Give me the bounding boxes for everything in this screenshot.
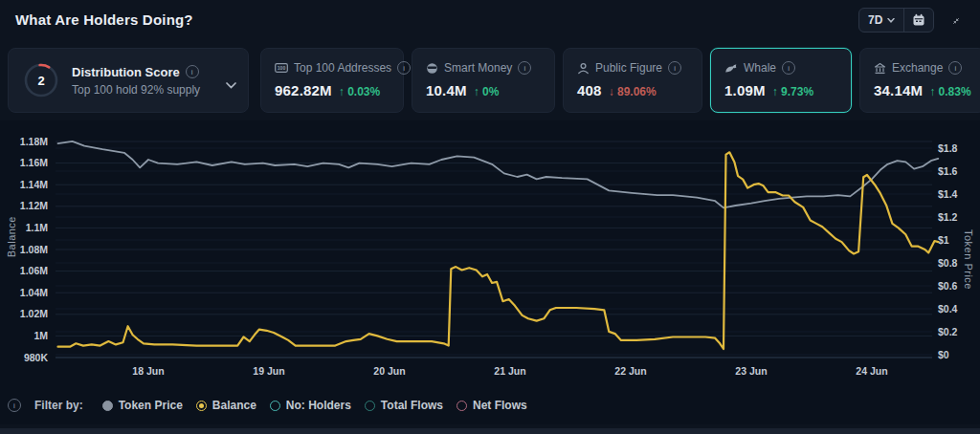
card-label: Exchange xyxy=(892,61,943,75)
legend-item-balance[interactable]: Balance xyxy=(196,399,256,412)
svg-text:19 Jun: 19 Jun xyxy=(253,365,284,377)
svg-text:$0.6: $0.6 xyxy=(938,280,958,292)
card-value: 10.4M xyxy=(426,82,467,98)
holders-activity-chart[interactable]: 1.18M1.16M1.14M1.12M1.1M1.08M1.06M1.04M1… xyxy=(0,126,980,384)
chart-legend: Filter by: Token Price Balance No: Holde… xyxy=(8,399,527,412)
svg-text:$1: $1 xyxy=(938,234,949,246)
card-top-100-addresses[interactable]: 100 Top 100 Addresses 962.82M ↑ 0.03% xyxy=(260,48,404,113)
svg-text:1.02M: 1.02M xyxy=(20,308,48,319)
top100-addresses-icon: 100 xyxy=(275,62,288,74)
info-icon[interactable] xyxy=(186,65,199,78)
card-title: Distribution Score xyxy=(72,65,180,79)
svg-text:$0.2: $0.2 xyxy=(938,326,958,337)
exchange-icon xyxy=(874,62,886,75)
svg-text:1.12M: 1.12M xyxy=(20,200,48,211)
card-delta: ↑ 0% xyxy=(474,85,500,98)
filter-by-label: Filter by: xyxy=(34,399,83,412)
card-distribution-score[interactable]: 2 Distribution Score Top 100 hold 92% su… xyxy=(8,48,249,113)
bottom-scroll-bar[interactable] xyxy=(0,428,980,434)
svg-text:22 Jun: 22 Jun xyxy=(614,365,646,377)
svg-text:1.18M: 1.18M xyxy=(20,136,48,147)
card-value: 34.14M xyxy=(874,82,923,98)
svg-text:100: 100 xyxy=(278,65,286,71)
info-icon[interactable] xyxy=(397,61,411,75)
svg-text:$0: $0 xyxy=(938,349,949,360)
calendar-button[interactable] xyxy=(904,9,933,32)
svg-text:$1.6: $1.6 xyxy=(938,165,958,177)
card-value: 962.82M xyxy=(275,82,332,98)
svg-text:1.16M: 1.16M xyxy=(20,157,48,168)
whale-icon xyxy=(724,63,738,74)
svg-text:23 Jun: 23 Jun xyxy=(735,365,767,377)
svg-text:$0.4: $0.4 xyxy=(938,303,958,315)
page-title: What Are Holders Doing? xyxy=(15,11,193,28)
holders-dashboard: What Are Holders Doing? 7D xyxy=(0,0,980,434)
card-delta: ↑ 9.73% xyxy=(772,85,813,98)
smart-money-icon xyxy=(426,62,438,75)
svg-text:21 Jun: 21 Jun xyxy=(494,365,525,377)
distribution-score-ring: 2 xyxy=(22,61,60,99)
card-label: Top 100 Addresses xyxy=(294,61,391,75)
time-range-label: 7D xyxy=(868,13,882,27)
time-range-dropdown[interactable]: 7D xyxy=(859,9,903,32)
card-label: Smart Money xyxy=(444,61,512,75)
svg-text:1M: 1M xyxy=(33,330,48,341)
info-icon[interactable] xyxy=(668,61,681,75)
card-value: 408 xyxy=(577,82,602,98)
public-figure-icon xyxy=(577,62,590,75)
legend-item-no-holders[interactable]: No: Holders xyxy=(270,399,351,412)
trend-arrow-icon: ↓ xyxy=(609,85,614,98)
card-label: Whale xyxy=(744,61,776,75)
calendar-icon xyxy=(912,13,925,27)
chevron-down-icon xyxy=(887,18,895,23)
card-delta: ↑ 0.03% xyxy=(339,85,380,98)
radio-icon xyxy=(196,401,207,411)
time-range-control: 7D xyxy=(858,8,934,33)
card-delta: ↓ 89.06% xyxy=(609,85,657,98)
svg-text:$1.2: $1.2 xyxy=(938,211,958,223)
svg-text:24 Jun: 24 Jun xyxy=(856,365,887,377)
svg-text:1.08M: 1.08M xyxy=(20,244,48,255)
card-delta: ↑ 0.83% xyxy=(929,85,970,98)
info-icon[interactable] xyxy=(782,61,795,75)
radio-icon xyxy=(270,401,280,411)
svg-text:1.06M: 1.06M xyxy=(20,265,48,276)
svg-text:$1.4: $1.4 xyxy=(938,188,958,200)
svg-text:1.04M: 1.04M xyxy=(20,287,48,298)
legend-item-net-flows[interactable]: Net Flows xyxy=(457,399,527,412)
svg-text:1.1M: 1.1M xyxy=(26,222,49,233)
card-exchange[interactable]: Exchange 34.14M ↑ 0.83% xyxy=(859,48,980,113)
radio-icon xyxy=(457,401,467,411)
card-whale[interactable]: Whale 1.09M ↑ 9.73% xyxy=(710,48,852,113)
trend-arrow-icon: ↑ xyxy=(339,85,345,98)
card-subtitle: Top 100 hold 92% supply xyxy=(72,83,200,97)
radio-icon xyxy=(102,401,113,411)
info-icon[interactable] xyxy=(948,61,962,75)
card-public-figure[interactable]: Public Figure 408 ↓ 89.06% xyxy=(563,48,702,113)
svg-text:18 Jun: 18 Jun xyxy=(132,365,164,377)
info-icon[interactable] xyxy=(518,61,531,75)
svg-text:$1.8: $1.8 xyxy=(938,142,958,154)
filter-info-icon[interactable] xyxy=(8,399,21,412)
svg-text:$0.8: $0.8 xyxy=(938,257,958,269)
trend-arrow-icon: ↑ xyxy=(474,85,479,98)
svg-text:980K: 980K xyxy=(24,352,49,363)
chevron-down-icon[interactable] xyxy=(226,76,236,93)
distribution-score-value: 2 xyxy=(37,74,44,88)
trend-arrow-icon: ↑ xyxy=(929,85,935,98)
radio-icon xyxy=(365,401,375,411)
card-label: Public Figure xyxy=(595,61,662,75)
card-smart-money[interactable]: Smart Money 10.4M ↑ 0% xyxy=(412,48,555,113)
trend-arrow-icon: ↑ xyxy=(772,85,778,98)
legend-item-total-flows[interactable]: Total Flows xyxy=(365,399,443,412)
svg-text:1.14M: 1.14M xyxy=(20,179,48,190)
legend-item-token-price[interactable]: Token Price xyxy=(102,399,183,412)
card-value: 1.09M xyxy=(724,82,766,98)
collapse-expand-icon[interactable] xyxy=(947,11,966,31)
svg-text:20 Jun: 20 Jun xyxy=(373,365,405,377)
